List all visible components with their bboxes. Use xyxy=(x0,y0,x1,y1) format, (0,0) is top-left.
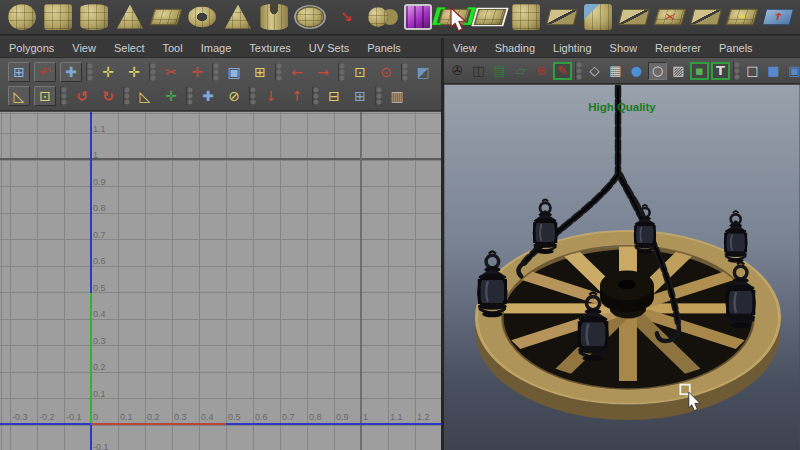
shear-uv-button[interactable]: ◺ xyxy=(8,86,30,106)
textured-cube-icon[interactable]: ▣ xyxy=(785,62,800,80)
poly-platonic-icon[interactable] xyxy=(296,7,324,28)
cut-faces-icon[interactable]: ✕ xyxy=(654,9,687,25)
image-plane-icon[interactable]: ▱ xyxy=(511,62,530,80)
display-image-icon[interactable]: ◩ xyxy=(412,62,434,82)
poly-pipe-icon[interactable] xyxy=(260,4,288,30)
grid-uvs-icon[interactable]: ⊞ xyxy=(249,62,271,82)
unfold-corner-icon[interactable]: ◺ xyxy=(134,86,156,106)
uv-lattice-button[interactable]: ⊞ xyxy=(8,62,30,82)
wireframe-icon[interactable]: ◇ xyxy=(585,62,604,80)
perspective-viewport-panel: ViewShadingLightingShowRendererPanels ✇◫… xyxy=(444,38,800,450)
merge-faces-icon[interactable]: • xyxy=(726,9,759,25)
viewport-canvas[interactable]: High Quality xyxy=(444,85,800,450)
extract-face-icon[interactable] xyxy=(584,4,612,30)
snap-uv-grid-icon[interactable]: ⊡ xyxy=(349,62,371,82)
poly-cylinder-icon[interactable] xyxy=(80,4,108,30)
poly-torus-icon[interactable] xyxy=(188,7,216,28)
move-tool-icon[interactable]: ✚ xyxy=(197,86,219,106)
sep[interactable] xyxy=(401,63,408,81)
move-uv-shell-button[interactable]: ✚ xyxy=(60,62,82,82)
sep[interactable] xyxy=(149,63,156,81)
View[interactable]: View xyxy=(63,42,105,54)
poke-face-icon[interactable]: ↑ xyxy=(762,9,794,25)
shrink-selection-icon[interactable]: ⊟ xyxy=(323,86,345,106)
sep[interactable] xyxy=(733,62,740,80)
poly-cube-icon[interactable] xyxy=(44,4,72,30)
move-uv-up-icon[interactable]: ↑ xyxy=(286,86,308,106)
bookmarks-icon[interactable]: ▤ xyxy=(490,62,509,80)
sep[interactable] xyxy=(275,63,282,81)
camera-attributes-icon[interactable]: ◫ xyxy=(469,62,488,80)
create-polygon-tool-icon[interactable]: ↘ xyxy=(332,4,360,30)
sep[interactable] xyxy=(338,63,345,81)
move-uv-down-icon[interactable]: ↓ xyxy=(260,86,282,106)
wireframe-on-shaded-icon[interactable]: ○ xyxy=(648,62,667,80)
rotate-ccw-icon[interactable]: ↺ xyxy=(71,86,93,106)
Select[interactable]: Select xyxy=(105,42,154,54)
shaded-cube-icon[interactable]: ■ xyxy=(764,62,783,80)
UV Sets[interactable]: UV Sets xyxy=(300,42,358,54)
relax-uvs-icon[interactable]: ⊘ xyxy=(223,86,245,106)
flip-uv-button[interactable]: ↶ xyxy=(34,62,56,82)
uv-u1-gridline xyxy=(360,112,362,450)
default-material-icon[interactable]: □ xyxy=(743,62,762,80)
grow-selection-icon[interactable]: ⊞ xyxy=(349,86,371,106)
move-uv-left-icon[interactable]: ← xyxy=(286,62,308,82)
align-uvs-icon[interactable]: ✛ xyxy=(123,62,145,82)
Renderer[interactable]: Renderer xyxy=(646,42,710,54)
Shading[interactable]: Shading xyxy=(486,42,544,54)
separate-icon[interactable] xyxy=(546,9,578,25)
Lighting[interactable]: Lighting xyxy=(544,42,601,54)
Show[interactable]: Show xyxy=(601,42,647,54)
sep[interactable] xyxy=(86,63,93,81)
duplicate-face-icon[interactable] xyxy=(618,9,650,25)
uv-axis-icon[interactable]: ✛ xyxy=(160,86,182,106)
Image[interactable]: Image xyxy=(192,42,241,54)
uv-u-axis-labels: -0.3-0.2-0.100.10.20.30.40.50.60.70.80.9… xyxy=(12,412,441,422)
Tool[interactable]: Tool xyxy=(154,42,192,54)
sep[interactable] xyxy=(186,87,193,105)
snap-uv-point-icon[interactable]: ⊙ xyxy=(375,62,397,82)
viewport-toolbar: ✇◫▤▱⊕✎◇▦●○▨▪T□■▣◔● xyxy=(444,58,800,84)
select-camera-icon[interactable]: ✇ xyxy=(448,62,467,80)
sep[interactable] xyxy=(575,62,582,80)
combine-icon[interactable] xyxy=(512,4,540,30)
sew-uv-edges-icon[interactable]: ✛ xyxy=(186,62,208,82)
xray-joints-icon[interactable]: ▪ xyxy=(690,62,709,80)
Panels[interactable]: Panels xyxy=(710,42,762,54)
poly-cone-icon[interactable] xyxy=(116,4,144,30)
sep[interactable] xyxy=(212,63,219,81)
xray-icon[interactable]: ▨ xyxy=(669,62,688,80)
grease-pencil-icon[interactable]: ✎ xyxy=(553,62,572,80)
pan-zoom-icon[interactable]: ⊕ xyxy=(532,62,551,80)
smooth-icon[interactable] xyxy=(368,7,388,27)
View[interactable]: View xyxy=(444,42,486,54)
cut-uv-edges-icon[interactable]: ✂ xyxy=(160,62,182,82)
textured-display-icon[interactable] xyxy=(404,4,432,30)
layout-uvs-icon[interactable]: ▣ xyxy=(223,62,245,82)
sep[interactable] xyxy=(249,87,256,105)
poly-sphere-icon[interactable] xyxy=(8,4,36,30)
split-polygon-icon[interactable] xyxy=(690,9,722,25)
move-uv-right-icon[interactable]: → xyxy=(312,62,334,82)
polygon-shelf: ↘ ✕ • ↑ xyxy=(0,0,800,36)
sep[interactable] xyxy=(123,87,130,105)
Polygons[interactable]: Polygons xyxy=(0,42,63,54)
Panels[interactable]: Panels xyxy=(358,42,410,54)
textured-icon[interactable]: T xyxy=(711,62,730,80)
sep[interactable] xyxy=(375,87,382,105)
shaded-icon[interactable]: ● xyxy=(627,62,646,80)
poly-plane-icon[interactable] xyxy=(150,9,183,25)
select-shell-button[interactable]: ⊡ xyxy=(34,86,56,106)
sep[interactable] xyxy=(312,87,319,105)
poly-pyramid-icon[interactable] xyxy=(224,4,252,30)
uv-grid-canvas[interactable]: -0.3-0.2-0.100.10.20.30.40.50.60.70.80.9… xyxy=(0,112,441,450)
copy-image-icon[interactable]: ▥ xyxy=(386,86,408,106)
rotate-cw-icon[interactable]: ↻ xyxy=(97,86,119,106)
spread-uvs-icon[interactable]: ✛ xyxy=(97,62,119,82)
Textures[interactable]: Textures xyxy=(240,42,300,54)
uv-editor-toolbar: ⊞↶✚✛✛✂✛▣⊞←→⊡⊙◩▚ ◺⊡↺↻◺✛✚⊘↓↑⊟⊞▥ xyxy=(0,58,441,111)
append-polygon-icon[interactable] xyxy=(474,9,507,25)
smooth-shade-all-icon[interactable]: ▦ xyxy=(606,62,625,80)
sep[interactable] xyxy=(60,87,67,105)
